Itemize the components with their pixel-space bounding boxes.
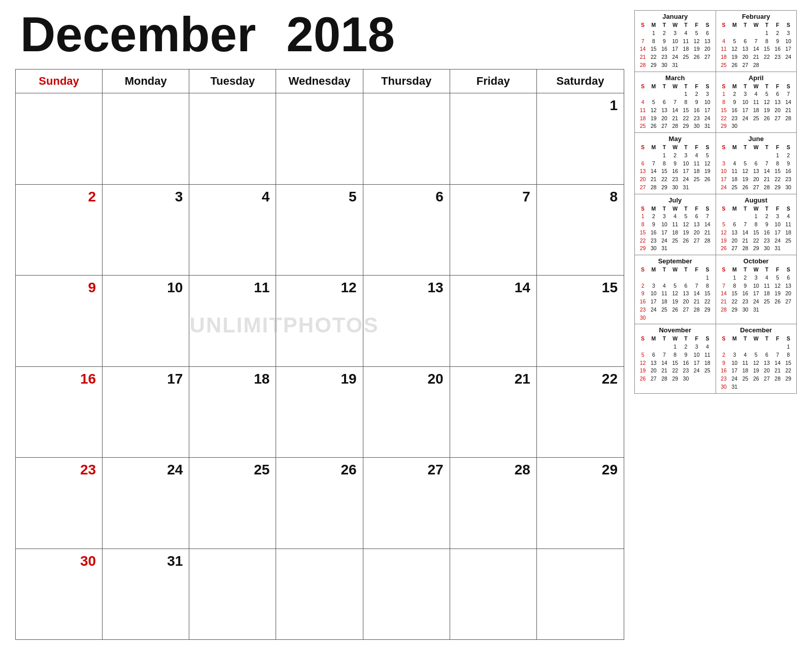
- header-monday: Monday: [103, 70, 189, 93]
- mini-cal-march: MarchSMTWTFS 123456789101112131415161718…: [635, 72, 716, 133]
- header-thursday: Thursday: [363, 70, 450, 93]
- mini-hd: T: [659, 21, 669, 29]
- mini-day: 2: [670, 152, 681, 160]
- cal-cell-w1-d2: [103, 93, 189, 184]
- mini-day: 8: [670, 351, 681, 359]
- mini-grid-february: SMTWTFS 12345678910111213141516171819202…: [719, 21, 794, 70]
- mini-day: 28: [751, 61, 761, 70]
- mini-day: 26: [670, 306, 681, 314]
- mini-day: 9: [648, 221, 659, 229]
- mini-day: 7: [702, 213, 713, 221]
- mini-day: 24: [691, 367, 702, 375]
- mini-hd: W: [670, 205, 681, 213]
- mini-hd: F: [772, 205, 783, 213]
- mini-day: 17: [691, 359, 702, 367]
- mini-day: 20: [740, 53, 751, 61]
- cal-cell-w1-d7: 1: [537, 93, 624, 184]
- mini-day: 14: [659, 359, 669, 367]
- calendar-week-4: 16171819202122: [16, 367, 624, 458]
- mini-day: 18: [729, 176, 740, 184]
- mini-cal-october: OctoberSMTWTFS 1234567891011121314151617…: [716, 255, 797, 324]
- mini-day: 26: [681, 237, 691, 245]
- mini-day: 27: [659, 122, 669, 130]
- mini-day: 9: [637, 290, 648, 298]
- mini-hd: T: [740, 83, 751, 91]
- mini-day: 27: [772, 115, 783, 123]
- mini-day: 7: [772, 351, 783, 359]
- mini-day: 3: [783, 29, 794, 38]
- mini-day: 14: [751, 45, 761, 53]
- mini-hd: T: [740, 266, 751, 274]
- mini-day: 21: [783, 107, 794, 115]
- mini-day: 24: [670, 53, 681, 61]
- cal-cell-w1-d3: [189, 93, 276, 184]
- mini-row-5: SeptemberSMTWTFS 12345678910111213141516…: [634, 255, 797, 324]
- cal-cell-w2-d3: 4: [189, 185, 276, 276]
- mini-hd: T: [659, 144, 669, 152]
- mini-day: 21: [719, 298, 729, 306]
- mini-day: [637, 274, 648, 282]
- mini-day: 7: [751, 38, 761, 46]
- mini-day: 27: [691, 237, 702, 245]
- mini-day: 21: [659, 367, 669, 375]
- cal-cell-w6-d7: [537, 549, 624, 640]
- header-wednesday: Wednesday: [276, 70, 363, 93]
- cal-cell-w5-d7: 29: [537, 458, 624, 549]
- mini-day: 14: [761, 167, 772, 176]
- mini-day: 31: [681, 184, 691, 192]
- mini-day: [702, 61, 713, 70]
- mini-day: 29: [702, 306, 713, 314]
- mini-title-october: October: [719, 257, 794, 265]
- mini-day: 4: [719, 38, 729, 46]
- mini-day: 24: [648, 306, 659, 314]
- mini-day: 29: [670, 375, 681, 383]
- mini-day: 21: [702, 229, 713, 237]
- mini-day: 7: [659, 351, 669, 359]
- mini-day: 11: [681, 38, 691, 46]
- mini-day: 7: [691, 282, 702, 290]
- mini-day: [702, 245, 713, 253]
- mini-day: 7: [670, 98, 681, 107]
- mini-day: 28: [637, 61, 648, 70]
- mini-day: 22: [772, 176, 783, 184]
- mini-day: 3: [691, 343, 702, 351]
- mini-day: 21: [772, 367, 783, 375]
- mini-day: 6: [637, 160, 648, 168]
- mini-day: [740, 122, 751, 130]
- mini-hd: F: [691, 266, 702, 274]
- mini-day: 4: [681, 29, 691, 38]
- mini-day: 20: [659, 115, 669, 123]
- mini-day: 15: [783, 359, 794, 367]
- mini-day: [719, 152, 729, 160]
- mini-day: 23: [659, 53, 669, 61]
- mini-day: 3: [719, 160, 729, 168]
- mini-day: 25: [729, 184, 740, 192]
- mini-day: [783, 306, 794, 314]
- mini-day: 11: [729, 167, 740, 176]
- mini-day: 28: [691, 306, 702, 314]
- mini-day: 31: [772, 245, 783, 253]
- mini-day: [681, 245, 691, 253]
- mini-day: 27: [702, 53, 713, 61]
- mini-hd: F: [691, 205, 702, 213]
- cal-cell-w5-d6: 28: [450, 458, 537, 549]
- mini-day: 15: [670, 359, 681, 367]
- mini-row-2: MarchSMTWTFS 123456789101112131415161718…: [634, 72, 797, 133]
- mini-day: 9: [740, 282, 751, 290]
- mini-day: 20: [772, 107, 783, 115]
- mini-day: 24: [681, 176, 691, 184]
- mini-day: 19: [761, 107, 772, 115]
- mini-day: 5: [691, 29, 702, 38]
- mini-day: 20: [681, 298, 691, 306]
- mini-cal-september: SeptemberSMTWTFS 12345678910111213141516…: [635, 255, 716, 324]
- mini-day: 21: [691, 298, 702, 306]
- mini-hd: S: [719, 205, 729, 213]
- mini-day: 6: [772, 90, 783, 98]
- mini-day: 18: [659, 298, 669, 306]
- mini-day: 1: [761, 29, 772, 38]
- mini-hd: M: [648, 21, 659, 29]
- mini-day: 6: [691, 213, 702, 221]
- mini-day: 16: [648, 229, 659, 237]
- mini-day: 19: [681, 229, 691, 237]
- mini-hd: T: [681, 21, 691, 29]
